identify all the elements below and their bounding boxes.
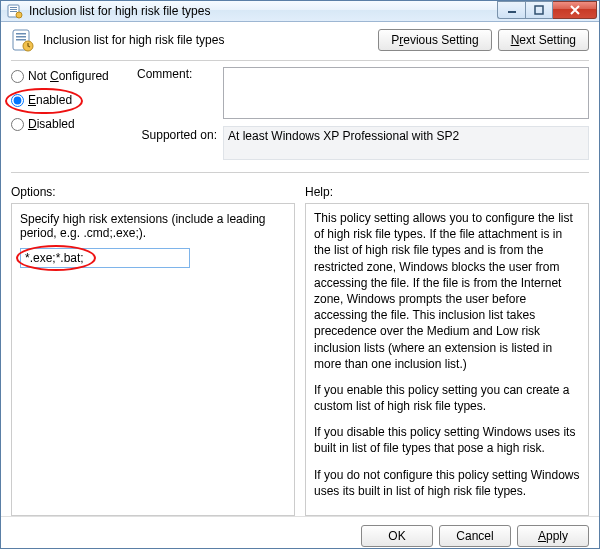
minimize-button[interactable] — [497, 1, 525, 19]
svg-point-4 — [16, 12, 22, 18]
help-column: Help: This policy setting allows you to … — [305, 185, 589, 516]
help-paragraph: If you disable this policy setting Windo… — [314, 424, 580, 456]
svg-rect-10 — [16, 39, 26, 41]
options-panel: Specify high risk extensions (include a … — [11, 203, 295, 516]
close-button[interactable] — [553, 1, 597, 19]
next-setting-button[interactable]: Next Setting — [498, 29, 589, 51]
window-controls — [497, 1, 597, 21]
maximize-button[interactable] — [525, 1, 553, 19]
policy-title: Inclusion list for high risk file types — [43, 33, 370, 47]
ok-button[interactable]: OK — [361, 525, 433, 547]
config-panel: Not Configured Enabled Disabled Comment:… — [11, 67, 589, 164]
app-icon — [7, 3, 23, 19]
svg-rect-8 — [16, 33, 26, 35]
high-risk-extensions-input[interactable] — [20, 248, 190, 268]
radio-enabled-input[interactable] — [11, 94, 24, 107]
radio-enabled[interactable]: Enabled — [11, 93, 131, 107]
svg-rect-6 — [535, 6, 543, 14]
footer: OK Cancel Apply — [1, 516, 599, 549]
divider — [11, 172, 589, 173]
help-paragraph: If you do not configure this policy sett… — [314, 467, 580, 499]
comment-textarea[interactable] — [223, 67, 589, 119]
supported-on-value: At least Windows XP Professional with SP… — [223, 126, 589, 160]
cancel-button[interactable]: Cancel — [439, 525, 511, 547]
policy-icon — [11, 28, 35, 52]
divider — [11, 60, 589, 61]
previous-setting-button[interactable]: Previous Setting — [378, 29, 491, 51]
radio-not-configured-input[interactable] — [11, 70, 24, 83]
radio-disabled[interactable]: Disabled — [11, 117, 131, 131]
apply-button[interactable]: Apply — [517, 525, 589, 547]
dialog-window: Inclusion list for high risk file types — [0, 0, 600, 549]
comment-label: Comment: — [137, 67, 217, 81]
supported-on-label: Supported on: — [137, 126, 217, 142]
options-column: Options: Specify high risk extensions (i… — [11, 185, 295, 516]
radio-not-configured[interactable]: Not Configured — [11, 69, 131, 83]
radio-disabled-label: Disabled — [28, 117, 75, 131]
radio-not-configured-label: Not Configured — [28, 69, 109, 83]
svg-rect-3 — [10, 11, 17, 12]
svg-rect-1 — [10, 7, 17, 8]
help-panel[interactable]: This policy setting allows you to config… — [305, 203, 589, 516]
svg-rect-5 — [508, 11, 516, 13]
help-paragraph: This policy setting allows you to config… — [314, 210, 580, 372]
window-title: Inclusion list for high risk file types — [29, 4, 497, 18]
svg-rect-9 — [16, 36, 26, 38]
help-label: Help: — [305, 185, 589, 199]
titlebar: Inclusion list for high risk file types — [1, 1, 599, 22]
svg-rect-2 — [10, 9, 17, 10]
header-row: Inclusion list for high risk file types … — [11, 28, 589, 52]
radio-disabled-input[interactable] — [11, 118, 24, 131]
radio-enabled-label: Enabled — [28, 93, 72, 107]
options-description: Specify high risk extensions (include a … — [20, 212, 286, 240]
help-paragraph: If you enable this policy setting you ca… — [314, 382, 580, 414]
options-label: Options: — [11, 185, 295, 199]
